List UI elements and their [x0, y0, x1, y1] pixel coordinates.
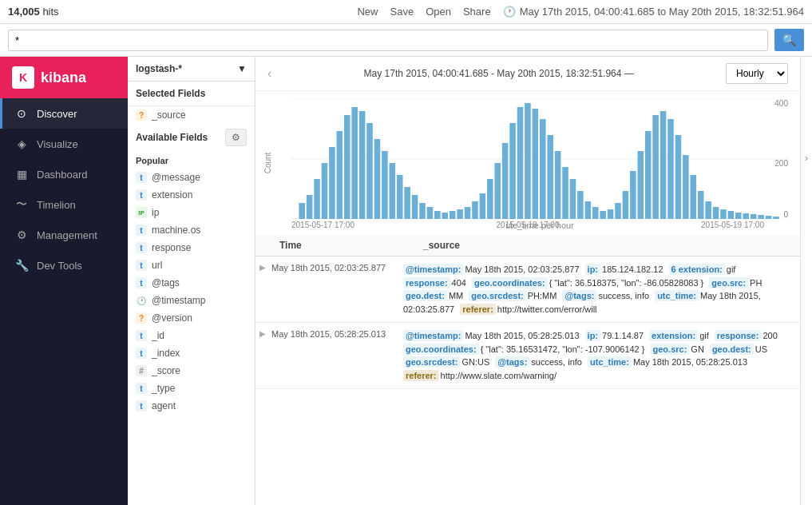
x-label-1: 2015-05-18 17:00: [497, 221, 560, 229]
svg-rect-45: [615, 203, 621, 219]
field-name-extension: extension: [152, 189, 192, 201]
field-item-message[interactable]: t @message: [128, 169, 255, 186]
hash-icon-score: #: [136, 365, 147, 376]
field-item-score[interactable]: # _score: [128, 362, 255, 380]
chart-nav-left[interactable]: ‹: [267, 66, 271, 81]
sidebar-item-discover[interactable]: ⊙ Discover: [0, 98, 128, 129]
svg-rect-56: [698, 191, 704, 219]
field-tag: @tags:: [562, 290, 596, 301]
save-button[interactable]: Save: [390, 6, 414, 18]
search-input[interactable]: [8, 30, 768, 51]
svg-rect-40: [577, 191, 584, 219]
field-tag: utc_time:: [588, 356, 632, 368]
field-item-url[interactable]: t url: [128, 256, 255, 274]
field-item-type[interactable]: t _type: [128, 380, 255, 397]
dashboard-label: Dashboard: [37, 169, 88, 181]
t-icon-id: t: [136, 330, 147, 341]
field-name-type: _type: [152, 383, 175, 394]
field-tag: response:: [715, 330, 762, 341]
field-item-machineos[interactable]: t machine.os: [128, 221, 255, 239]
expand-button-1[interactable]: ▶: [255, 323, 267, 388]
field-tag: geo.coordinates:: [472, 277, 548, 288]
sidebar-item-visualize[interactable]: ◈ Visualize: [0, 129, 128, 159]
sidebar-item-dashboard[interactable]: ▦ Dashboard: [0, 159, 128, 189]
sidebar-item-timelion[interactable]: 〜 Timelion: [0, 189, 128, 220]
management-label: Management: [37, 229, 97, 241]
time-range-display[interactable]: 🕐 May 17th 2015, 04:00:41.685 to May 20t…: [503, 6, 804, 18]
field-item-response[interactable]: t response: [128, 239, 255, 256]
svg-rect-16: [397, 175, 403, 219]
svg-rect-5: [314, 179, 320, 219]
svg-rect-22: [442, 213, 448, 219]
svg-rect-66: [773, 217, 779, 219]
sidebar-item-devtools[interactable]: 🔧 Dev Tools: [0, 250, 128, 280]
table-row[interactable]: ▶ May 18th 2015, 02:03:25.877 @timestamp…: [255, 256, 800, 323]
chevron-right-icon: ›: [805, 153, 808, 164]
hit-count: 14,005 hits: [8, 6, 59, 18]
field-item-version[interactable]: ? @version: [128, 309, 255, 327]
field-tag: geo.src:: [709, 277, 748, 288]
svg-rect-55: [690, 175, 696, 219]
svg-rect-24: [457, 209, 463, 219]
field-item-tags[interactable]: t @tags: [128, 274, 255, 292]
y-max: 400: [774, 99, 788, 108]
field-tag: geo.dest:: [710, 344, 754, 355]
open-button[interactable]: Open: [426, 6, 451, 18]
svg-rect-58: [713, 207, 719, 219]
results-area: Time _source ▶ May 18th 2015, 02:03:25.8…: [255, 235, 800, 505]
svg-rect-64: [758, 215, 764, 219]
svg-rect-6: [322, 163, 328, 219]
new-button[interactable]: New: [357, 6, 378, 18]
panel-toggle-right[interactable]: ›: [800, 57, 812, 505]
svg-rect-4: [307, 195, 313, 219]
svg-rect-17: [404, 187, 410, 219]
t-icon-tags: t: [136, 277, 147, 288]
svg-rect-43: [600, 211, 606, 219]
svg-rect-13: [374, 139, 381, 219]
field-tag: @timestamp:: [403, 264, 463, 275]
svg-rect-36: [547, 135, 553, 219]
field-item-timestamp[interactable]: 🕐 @timestamp: [128, 292, 255, 309]
svg-rect-52: [667, 119, 674, 219]
field-sidebar: logstash-* ▼ Selected Fields ? _source A…: [128, 57, 255, 505]
field-item-extension[interactable]: t extension: [128, 186, 255, 204]
field-tag: referer:: [403, 370, 439, 381]
sidebar-item-management[interactable]: ⚙ Management: [0, 220, 128, 250]
svg-rect-26: [472, 201, 478, 219]
search-button[interactable]: 🔍: [774, 29, 804, 51]
chart-svg: [291, 99, 788, 219]
svg-rect-50: [652, 115, 659, 219]
field-item-index[interactable]: t _index: [128, 344, 255, 362]
result-source-0: @timestamp:May 18th 2015, 02:03:25.877 i…: [399, 256, 800, 322]
table-row[interactable]: ▶ May 18th 2015, 05:28:25.013 @timestamp…: [255, 323, 800, 389]
svg-rect-21: [434, 211, 441, 219]
share-button[interactable]: Share: [463, 6, 491, 18]
field-name-score: _score: [152, 365, 180, 376]
expand-button-0[interactable]: ▶: [255, 256, 267, 322]
svg-rect-31: [509, 123, 516, 219]
svg-rect-15: [390, 163, 396, 219]
svg-rect-3: [299, 203, 305, 219]
svg-rect-54: [683, 155, 689, 219]
field-item-ip[interactable]: IP ip: [128, 204, 255, 221]
field-item-id[interactable]: t _id: [128, 327, 255, 344]
field-tag: ip:: [585, 264, 600, 275]
svg-rect-48: [638, 151, 644, 219]
field-name-agent: agent: [152, 400, 176, 412]
time-col-header: Time: [279, 240, 423, 251]
field-tag: utc_time:: [655, 290, 699, 301]
index-pattern-selector[interactable]: logstash-* ▼: [136, 63, 247, 74]
dashboard-icon: ▦: [14, 167, 29, 181]
source-field-item[interactable]: ? _source: [128, 106, 255, 124]
gear-button[interactable]: ⚙: [225, 129, 247, 146]
svg-rect-10: [351, 107, 358, 219]
svg-rect-42: [592, 207, 599, 219]
search-bar: 🔍: [0, 24, 812, 57]
interval-select[interactable]: Auto Hourly Daily Weekly: [726, 63, 788, 84]
field-tag: geo.dest:: [403, 290, 447, 301]
index-pattern-value: logstash-*: [136, 63, 182, 74]
chart-title: May 17th 2015, 04:00:41.685 - May 20th 2…: [278, 68, 719, 79]
field-item-agent[interactable]: t agent: [128, 397, 255, 415]
available-fields-header: Available Fields ⚙: [128, 124, 255, 151]
svg-rect-20: [427, 207, 434, 219]
